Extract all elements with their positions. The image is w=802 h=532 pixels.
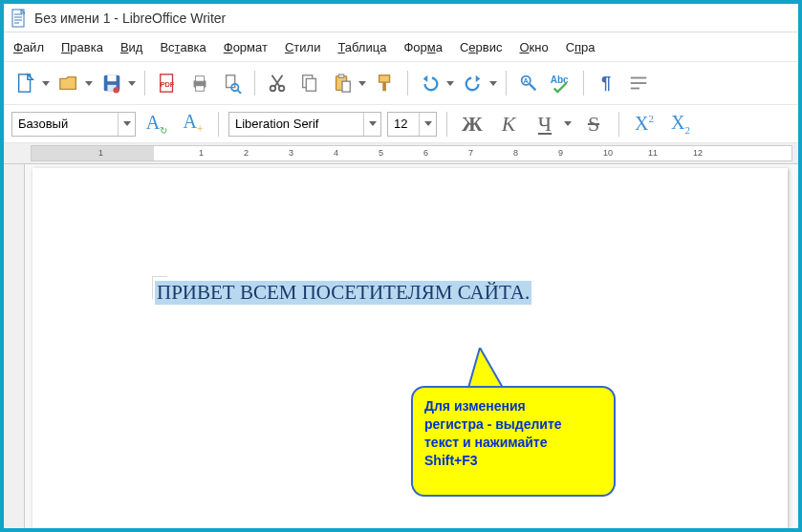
menu-bar: Файл Правка Вид Вставка Формат Стили Таб…	[4, 32, 798, 61]
ruler-corner	[4, 143, 25, 163]
redo-button[interactable]	[459, 69, 488, 97]
vertical-ruler[interactable]	[4, 164, 25, 528]
superscript-button[interactable]: X2	[629, 110, 660, 138]
print-preview-button[interactable]	[218, 69, 247, 97]
main-toolbar: PDF A Abc ¶	[4, 61, 798, 105]
title-bar: Без имени 1 - LibreOffice Writer	[4, 4, 798, 32]
page-viewport[interactable]: ПРИВЕТ ВСЕМ ПОСЕТИТЕЛЯМ САЙТА. Для измен…	[25, 164, 798, 528]
svg-text:¶: ¶	[601, 73, 611, 93]
paragraph-style-combo[interactable]	[11, 112, 136, 137]
save-button[interactable]	[98, 69, 126, 97]
svg-rect-13	[195, 76, 204, 82]
callout-box: Для изменения регистра - выделите текст …	[411, 386, 616, 497]
svg-line-30	[530, 84, 535, 90]
svg-point-9	[113, 87, 119, 93]
svg-rect-7	[107, 75, 116, 81]
new-document-button[interactable]	[11, 69, 40, 97]
cut-button[interactable]	[263, 69, 292, 97]
document-icon	[11, 9, 27, 28]
svg-line-17	[238, 90, 242, 94]
font-size-combo[interactable]	[387, 112, 437, 137]
open-dropdown[interactable]	[84, 69, 94, 97]
italic-button[interactable]: К	[493, 110, 524, 138]
separator	[446, 112, 447, 137]
font-size-input[interactable]	[388, 113, 419, 136]
underline-button[interactable]: Ч	[530, 110, 560, 138]
svg-rect-26	[342, 81, 350, 92]
font-name-combo[interactable]	[228, 112, 381, 137]
clone-formatting-button[interactable]	[371, 69, 400, 97]
subscript-button[interactable]: X2	[665, 110, 696, 138]
margin-guide	[152, 276, 153, 299]
svg-text:A: A	[524, 76, 530, 85]
workspace: ПРИВЕТ ВСЕМ ПОСЕТИТЕЛЯМ САЙТА. Для измен…	[4, 164, 798, 528]
menu-form[interactable]: Форма	[403, 40, 443, 54]
update-style-button[interactable]: A↻	[141, 110, 172, 138]
horizontal-ruler[interactable]: 1 1 2 3 4 5 6 7 8 9 10 11 12	[31, 145, 792, 161]
undo-dropdown[interactable]	[445, 69, 455, 97]
svg-rect-35	[631, 82, 647, 84]
separator	[583, 71, 584, 96]
menu-table[interactable]: Таблица	[337, 40, 386, 54]
menu-edit[interactable]: Правка	[61, 40, 103, 54]
svg-rect-34	[631, 77, 647, 79]
ruler-area: 1 1 2 3 4 5 6 7 8 9 10 11 12	[4, 143, 798, 164]
menu-styles[interactable]: Стили	[285, 40, 320, 54]
separator	[506, 71, 507, 96]
svg-rect-23	[306, 78, 315, 91]
separator	[218, 112, 219, 137]
spellcheck-button[interactable]: Abc	[547, 69, 575, 97]
callout-line: регистра - выделите	[424, 415, 602, 434]
callout-line: Shift+F3	[424, 452, 602, 470]
strikethrough-button[interactable]: S	[578, 110, 609, 138]
redo-dropdown[interactable]	[488, 69, 498, 97]
window-title: Без имени 1 - LibreOffice Writer	[34, 11, 226, 26]
selected-text[interactable]: ПРИВЕТ ВСЕМ ПОСЕТИТЕЛЯМ САЙТА.	[155, 281, 531, 305]
svg-rect-14	[195, 86, 204, 92]
copy-button[interactable]	[295, 69, 324, 97]
paragraph-style-dropdown[interactable]	[118, 113, 135, 136]
font-name-dropdown[interactable]	[363, 113, 380, 136]
new-document-dropdown[interactable]	[41, 69, 51, 97]
bold-button[interactable]: Ж	[457, 110, 488, 138]
separator	[407, 71, 408, 96]
svg-rect-25	[338, 74, 344, 78]
print-button[interactable]	[185, 69, 214, 97]
more-toolbar-button[interactable]	[624, 69, 653, 97]
menu-view[interactable]: Вид	[120, 40, 143, 54]
callout-line: текст и нажимайте	[424, 434, 602, 452]
separator	[144, 71, 145, 96]
find-replace-button[interactable]: A	[514, 69, 543, 97]
svg-text:PDF: PDF	[161, 80, 175, 89]
font-size-dropdown[interactable]	[419, 113, 436, 136]
open-button[interactable]	[54, 69, 83, 97]
export-pdf-button[interactable]: PDF	[153, 69, 182, 97]
margin-guide	[152, 276, 167, 277]
separator	[618, 112, 619, 137]
save-dropdown[interactable]	[127, 69, 137, 97]
paste-button[interactable]	[328, 69, 357, 97]
svg-marker-37	[468, 348, 503, 388]
paste-dropdown[interactable]	[358, 69, 367, 97]
new-style-button[interactable]: A+	[178, 110, 208, 138]
svg-rect-27	[379, 75, 390, 82]
svg-rect-28	[382, 82, 386, 91]
menu-help[interactable]: Спра	[566, 40, 596, 54]
undo-button[interactable]	[416, 69, 444, 97]
underline-dropdown[interactable]	[563, 110, 573, 138]
separator	[254, 71, 255, 96]
menu-file[interactable]: Файл	[13, 40, 44, 54]
svg-rect-15	[227, 75, 235, 88]
menu-insert[interactable]: Вставка	[160, 40, 206, 54]
formatting-toolbar: A↻ A+ Ж К Ч S X2 X2	[4, 105, 798, 143]
formatting-marks-button[interactable]: ¶	[592, 69, 620, 97]
svg-rect-36	[631, 88, 639, 90]
menu-tools[interactable]: Сервис	[460, 40, 503, 54]
font-name-input[interactable]	[229, 113, 363, 136]
callout-line: Для изменения	[424, 397, 602, 415]
paragraph-style-input[interactable]	[12, 113, 118, 136]
menu-window[interactable]: Окно	[519, 40, 548, 54]
callout-annotation: Для изменения регистра - выделите текст …	[411, 355, 631, 508]
document-page[interactable]: ПРИВЕТ ВСЕМ ПОСЕТИТЕЛЯМ САЙТА. Для измен…	[33, 168, 788, 528]
menu-format[interactable]: Формат	[224, 40, 268, 54]
